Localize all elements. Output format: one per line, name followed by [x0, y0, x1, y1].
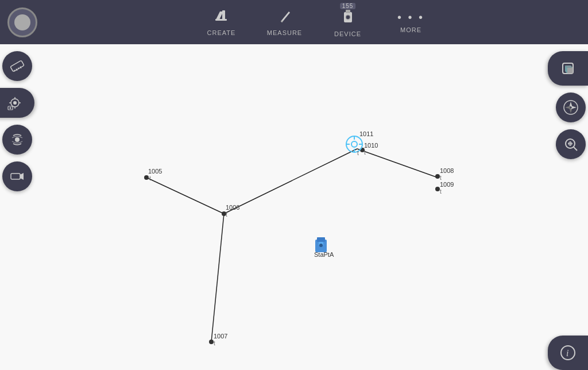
node-1009-label: 1009 [440, 181, 454, 188]
create-label: CREATE [207, 29, 236, 36]
svg-marker-39 [565, 106, 571, 109]
info-button[interactable]: i [548, 336, 588, 370]
node-1007-label: 1007 [214, 333, 227, 340]
more-button[interactable]: • • • MORE [380, 0, 443, 44]
search-view-button[interactable] [556, 129, 586, 159]
crosshair-sub: t [357, 150, 359, 156]
node-1008[interactable] [435, 174, 440, 179]
svg-text:i: i [566, 348, 568, 358]
ruler-button[interactable] [2, 51, 32, 81]
device-button[interactable]: 155 DEVICE [316, 0, 380, 44]
app-logo[interactable] [0, 0, 44, 44]
device-staPtA-label: StaPtA [314, 251, 334, 258]
more-icon: • • • [397, 11, 424, 24]
node-1008-label: 1008 [440, 167, 454, 174]
canvas-area: 1005 t 1006 t 1007 t 1008 t 1009 t 1010 … [0, 44, 588, 370]
node-1007[interactable] [209, 340, 214, 344]
node-1010-sub: t [364, 149, 366, 156]
svg-line-9 [224, 149, 357, 214]
svg-marker-31 [20, 173, 24, 180]
svg-point-28 [10, 107, 11, 109]
node-1005[interactable] [144, 175, 149, 180]
svg-line-42 [574, 147, 577, 151]
3d-view-button[interactable] [548, 51, 588, 86]
node-1008-sub: t [440, 175, 442, 181]
node-1005-label: 1005 [148, 168, 162, 175]
measure-button[interactable]: MEASURE [253, 0, 316, 44]
toolbar: CREATE MEASURE 155 [0, 0, 588, 44]
svg-rect-13 [317, 237, 325, 242]
svg-point-7 [346, 15, 350, 20]
svg-marker-35 [567, 68, 573, 74]
toolbar-items: CREATE MEASURE 155 [190, 0, 443, 44]
svg-point-22 [13, 101, 17, 105]
compass-button[interactable] [556, 92, 586, 122]
measure-icon [277, 9, 292, 27]
create-button[interactable]: CREATE [190, 0, 253, 44]
node-1006-sub: t [226, 211, 227, 218]
svg-point-15 [319, 244, 323, 247]
node-1005-sub: t [149, 175, 151, 182]
video-button[interactable] [2, 161, 32, 191]
node-1006-label: 1006 [226, 204, 239, 211]
node-1010-label: 1010 [364, 142, 378, 149]
svg-line-8 [146, 178, 224, 214]
node-1007-sub: t [214, 340, 215, 346]
node-1009-sub: t [440, 188, 442, 195]
map-svg[interactable]: 1005 t 1006 t 1007 t 1008 t 1009 t 1010 … [0, 44, 588, 370]
more-label: MORE [400, 26, 421, 33]
svg-rect-6 [346, 10, 350, 13]
device-label: DEVICE [334, 30, 361, 37]
svg-line-10 [211, 214, 224, 342]
device-icon [341, 7, 355, 28]
svg-marker-40 [571, 106, 577, 109]
camera-scan-button[interactable] [0, 88, 34, 118]
node-1011-label: 1011 [359, 130, 373, 137]
svg-point-29 [15, 137, 20, 142]
svg-rect-30 [11, 174, 20, 179]
crosshair-inner [351, 141, 357, 147]
device-badge: 155 [340, 3, 356, 9]
left-sidebar [0, 44, 34, 370]
broadcast-button[interactable] [2, 125, 32, 155]
node-1009[interactable] [435, 187, 440, 191]
device-staPtA[interactable]: StaPtA [314, 237, 334, 258]
svg-line-11 [357, 149, 438, 178]
right-sidebar: i [554, 44, 588, 370]
measure-label: MEASURE [267, 29, 302, 36]
create-icon [214, 9, 229, 27]
